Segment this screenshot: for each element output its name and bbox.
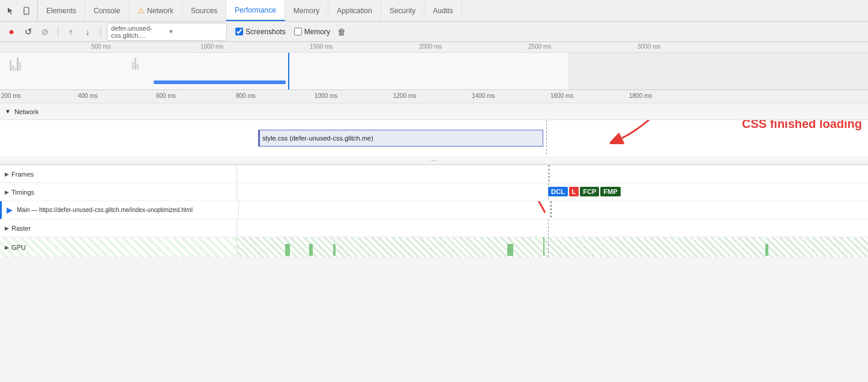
timing-badges: DCL L FCP FMP [548, 187, 621, 196]
overview-cursor-line[interactable] [288, 53, 289, 90]
ruler-tick-600ms: 600 ms [156, 92, 176, 99]
css-arrow-svg [610, 120, 706, 144]
network-section-wrapper: ▼ Network style.css (defer-unused-css.gl… [0, 103, 868, 165]
css-finished-label: CSS finished loading [742, 120, 862, 131]
raster-label[interactable]: ▶ Raster [0, 219, 237, 237]
memory-checkbox[interactable]: Memory [294, 28, 330, 36]
ruler-tick-1200ms: 1200 ms [393, 92, 416, 99]
ruler-tick-1600ms: 1600 ms [550, 92, 573, 99]
devtools-icons [0, 0, 38, 21]
clear-recording-button[interactable]: 🗑 [337, 27, 346, 37]
tab-security[interactable]: Security [381, 0, 424, 21]
tab-network[interactable]: ⚠ Network [129, 0, 182, 21]
raster-track[interactable]: ▶ Raster [0, 219, 868, 237]
raster-vline [548, 219, 549, 237]
network-section-header[interactable]: ▼ Network [0, 103, 868, 120]
gpu-bar-2 [309, 244, 313, 256]
frames-vline2 [549, 165, 550, 183]
timings-label[interactable]: ▶ Timings [0, 183, 237, 201]
separator-2 [100, 26, 101, 37]
cursor-vline [546, 120, 547, 156]
tab-sources[interactable]: Sources [182, 0, 226, 21]
gpu-content [237, 237, 868, 257]
gpu-bar-1 [285, 244, 290, 256]
tick-2000ms: 2000 ms [419, 43, 442, 50]
screenshots-checkbox[interactable]: Screenshots [235, 28, 286, 36]
badge-l: L [569, 187, 579, 196]
time-ruler: 200 ms 400 ms 600 ms 800 ms 1000 ms 1200… [0, 90, 868, 103]
overview-content[interactable] [0, 53, 868, 90]
main-area: ▼ Network style.css (defer-unused-css.gl… [0, 103, 868, 382]
timeline-overview[interactable]: 500 ms 1000 ms 1500 ms 2000 ms 2500 ms 3… [0, 42, 868, 90]
tab-console[interactable]: Console [85, 0, 129, 21]
tab-application[interactable]: Application [328, 0, 381, 21]
tick-3000ms: 3000 ms [637, 43, 660, 50]
frames-vline [548, 165, 549, 183]
ruler-tick-1400ms: 1400 ms [472, 92, 495, 99]
checkbox-group: Screenshots Memory [235, 28, 330, 36]
bottom-tracks: ▶ Frames ▶ Timings DCL [0, 165, 868, 258]
reload-button[interactable]: ↺ [22, 25, 35, 38]
frames-content [237, 165, 868, 183]
clear-button[interactable]: ⊘ [38, 25, 52, 38]
main-track[interactable]: ▶ Main — https://defer-unused-css.glitch… [0, 201, 868, 219]
url-dropdown[interactable]: defer-unused-css.glitch.... ▼ [107, 23, 227, 41]
gpu-bar-5 [543, 237, 544, 256]
mini-chart-mid [132, 58, 139, 70]
tab-performance[interactable]: Performance [226, 0, 285, 21]
gpu-bar-4 [507, 244, 513, 256]
left-panel: ▼ Network style.css (defer-unused-css.gl… [0, 103, 868, 382]
timings-track[interactable]: ▶ Timings DCL L FCP FMP [0, 183, 868, 201]
network-track[interactable]: style.css (defer-unused-css.glitch.me) [0, 120, 868, 156]
ruler-tick-1800ms: 1800 ms [629, 92, 652, 99]
fcp-arrow-svg [503, 201, 611, 219]
badge-fcp: FCP [580, 187, 599, 196]
mini-chart-left [10, 58, 21, 71]
mobile-icon[interactable] [20, 5, 32, 17]
tab-bar: Elements Console ⚠ Network Sources Perfo… [0, 0, 868, 22]
dots-row: ··· [0, 156, 868, 165]
gpu-expand-icon: ▶ [5, 244, 9, 250]
play-icon: ▶ [7, 205, 13, 214]
overview-ruler: 500 ms 1000 ms 1500 ms 2000 ms 2500 ms 3… [0, 42, 868, 53]
ruler-tick-200ms: 200 ms [1, 92, 21, 99]
gpu-track[interactable]: ▶ GPU [0, 237, 868, 258]
record-button[interactable]: ● [5, 25, 18, 38]
network-entry-css[interactable]: style.css (defer-unused-css.glitch.me) [258, 130, 543, 147]
raster-content [237, 219, 868, 237]
overview-dimmed-region [568, 53, 868, 90]
raster-expand-icon: ▶ [5, 225, 9, 231]
tick-1500ms: 1500 ms [310, 43, 333, 50]
cursor-icon[interactable] [5, 5, 17, 17]
badge-dcl: DCL [548, 187, 568, 196]
timings-expand-icon: ▶ [5, 189, 9, 195]
download-button[interactable]: ↓ [81, 25, 94, 38]
gpu-label[interactable]: ▶ GPU [0, 237, 237, 257]
main-content: FCP [239, 201, 868, 219]
tick-1000ms: 1000 ms [200, 43, 223, 50]
main-label[interactable]: ▶ Main — https://defer-unused-css.glitch… [2, 201, 239, 219]
overview-network-bar [154, 80, 286, 84]
ruler-tick-400ms: 400 ms [78, 92, 98, 99]
gpu-vline [548, 237, 549, 257]
upload-button[interactable]: ↑ [64, 25, 77, 38]
ruler-tick-800ms: 800 ms [236, 92, 256, 99]
svg-point-1 [26, 13, 27, 14]
chevron-down-icon: ▼ [168, 28, 223, 35]
ruler-tick-1000ms: 1000 ms [315, 92, 337, 99]
warn-icon: ⚠ [137, 6, 145, 15]
triangle-down-icon: ▼ [5, 108, 11, 115]
gpu-bar-3 [333, 244, 336, 256]
expand-icon: ▶ [5, 171, 9, 177]
frames-track[interactable]: ▶ Frames [0, 165, 868, 183]
tab-elements[interactable]: Elements [38, 0, 85, 21]
tab-memory[interactable]: Memory [285, 0, 328, 21]
timings-content: DCL L FCP FMP [237, 183, 868, 201]
frames-label[interactable]: ▶ Frames [0, 165, 237, 183]
gpu-bar-6 [765, 244, 768, 256]
tick-2500ms: 2500 ms [528, 43, 551, 50]
separator-1 [58, 26, 58, 37]
toolbar: ● ↺ ⊘ ↑ ↓ defer-unused-css.glitch.... ▼ … [0, 22, 868, 42]
tick-500ms: 500 ms [91, 43, 111, 50]
tab-audits[interactable]: Audits [424, 0, 462, 21]
